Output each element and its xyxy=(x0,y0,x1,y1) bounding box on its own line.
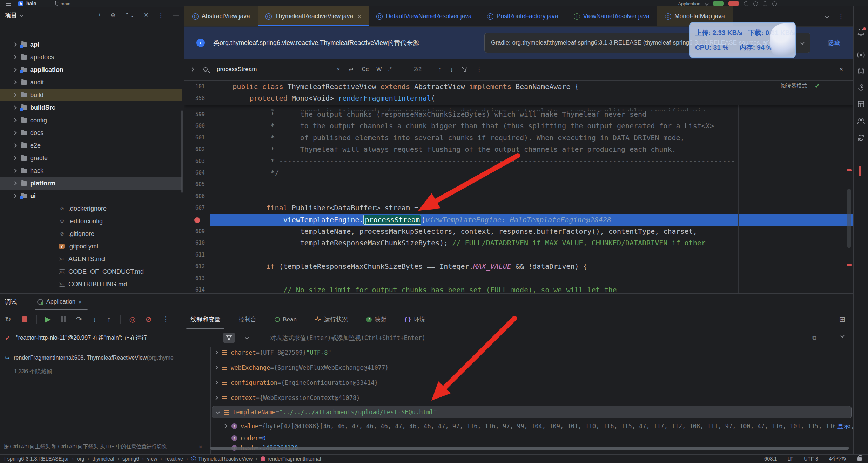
file-encoding[interactable]: UTF-8 xyxy=(804,456,818,462)
tree-item-contributing.md[interactable]: M↓CONTRIBUTING.md xyxy=(0,278,182,291)
expand-selection-icon[interactable]: + xyxy=(98,12,101,19)
breadcrumb-item[interactable]: view xyxy=(147,456,157,462)
debug-session-tab[interactable]: Application × xyxy=(34,294,85,310)
tree-item-api[interactable]: api xyxy=(0,38,182,51)
debug-tab-1[interactable]: 线程和变量 xyxy=(190,310,220,329)
run-button[interactable] xyxy=(713,1,724,6)
editor-scrollbar[interactable] xyxy=(847,189,851,248)
breadcrumb-item[interactable]: thymeleaf xyxy=(92,456,114,462)
breadcrumb-item[interactable]: f-spring6-3.1.3.RELEASE.jar xyxy=(4,456,69,462)
line-separator[interactable]: LF xyxy=(787,456,793,462)
inspections-ok-icon[interactable]: ✔ xyxy=(815,82,820,90)
rerun-debug-icon[interactable]: ↻ xyxy=(5,315,11,324)
clear-search-icon[interactable]: × xyxy=(337,66,340,73)
variable-chevron-icon[interactable] xyxy=(214,381,218,384)
variable-row-configuration[interactable]: configuration = {EngineConfiguration@334… xyxy=(210,376,853,389)
variable-chevron-icon[interactable] xyxy=(214,366,218,369)
tree-item-buildsrc[interactable]: buildSrc xyxy=(0,101,182,114)
tree-chevron-icon[interactable] xyxy=(13,105,16,109)
step-out-icon[interactable]: ↑ xyxy=(107,315,111,324)
tab-options-icon[interactable]: ⋮ xyxy=(838,13,844,20)
find-options-icon[interactable]: ⋮ xyxy=(476,66,482,73)
run-config-selector[interactable]: Application xyxy=(678,1,700,6)
build-panel-icon[interactable] xyxy=(857,100,865,109)
debug-tab-4[interactable]: 运行状况 xyxy=(315,310,348,329)
search-everywhere-icon[interactable] xyxy=(763,1,767,6)
variable-row-context[interactable]: context = {WebExpressionContext@41078} xyxy=(210,391,853,404)
breakpoint-icon[interactable] xyxy=(194,217,200,223)
settings-icon[interactable] xyxy=(772,1,777,6)
tree-chevron-icon[interactable] xyxy=(13,55,16,59)
layout-settings-icon[interactable]: ⊞ xyxy=(839,315,845,324)
variable-chevron-icon[interactable] xyxy=(216,410,220,414)
breadcrumb-item[interactable]: reactive xyxy=(165,456,183,462)
variable-chevron-icon[interactable] xyxy=(223,424,227,428)
filter-results-icon[interactable] xyxy=(462,67,468,72)
tree-item-audit[interactable]: audit xyxy=(0,76,182,89)
tree-item-.gitpod.yml[interactable]: Y.gitpod.yml xyxy=(0,240,182,253)
tab-ThymeleafReactiveView-java[interactable]: CThymeleafReactiveView.java× xyxy=(258,6,369,26)
sync-icon[interactable] xyxy=(857,134,865,143)
thread-filter-button[interactable] xyxy=(223,333,235,343)
tree-chevron-icon[interactable] xyxy=(13,169,16,172)
close-find-icon[interactable]: × xyxy=(839,66,843,73)
tree-chevron-icon[interactable] xyxy=(13,42,16,46)
regex-toggle[interactable]: .* xyxy=(388,66,392,73)
run-config-chevron-icon[interactable] xyxy=(705,1,708,5)
tree-chevron-icon[interactable] xyxy=(13,143,16,147)
main-menu-icon[interactable] xyxy=(6,2,11,6)
tree-item-config[interactable]: config xyxy=(0,114,182,127)
stop-debug-icon[interactable] xyxy=(22,316,27,322)
code-line-608[interactable]: viewTemplateEngine.processStream(viewTem… xyxy=(184,214,853,226)
whole-words-toggle[interactable]: W xyxy=(376,66,382,73)
tree-chevron-icon[interactable] xyxy=(13,93,16,97)
vcs-branch-widget[interactable]: main xyxy=(55,1,70,6)
locate-file-icon[interactable]: ⊕ xyxy=(110,12,115,19)
debug-panel-title[interactable]: 调试 xyxy=(5,298,17,306)
pause-icon[interactable] xyxy=(61,316,66,322)
watch-collapse-chevron-icon[interactable] xyxy=(840,334,844,338)
collaboration-icon[interactable] xyxy=(857,117,865,126)
debug-tab-3[interactable]: Bean xyxy=(275,310,297,329)
tree-chevron-icon[interactable] xyxy=(13,194,16,198)
project-scrollbar[interactable] xyxy=(181,110,183,193)
variable-chevron-icon[interactable] xyxy=(214,396,218,400)
banner-hide-link[interactable]: 隐藏 xyxy=(828,27,840,59)
tab-ViewNameResolver-java[interactable]: IViewNameResolver.java xyxy=(566,6,657,26)
tree-item-.editorconfig[interactable]: ⚙.editorconfig xyxy=(0,215,182,227)
collapse-all-icon[interactable]: ✕ xyxy=(144,12,149,19)
gradle-icon[interactable] xyxy=(857,84,865,93)
reader-mode-button[interactable]: 阅读器模式 xyxy=(781,83,807,89)
tree-item-agents.md[interactable]: M↓AGENTS.md xyxy=(0,253,182,265)
debug-tab-2[interactable]: 控制台 xyxy=(238,310,256,329)
step-into-icon[interactable]: ↓ xyxy=(93,315,96,324)
tree-item-e2e[interactable]: e2e xyxy=(0,139,182,152)
resume-icon[interactable]: ▶ xyxy=(45,315,51,324)
tree-item-gradle[interactable]: gradle xyxy=(0,152,182,164)
notifications-icon[interactable] xyxy=(857,28,865,38)
project-options-icon[interactable]: ⋮ xyxy=(158,12,164,19)
tree-chevron-icon[interactable] xyxy=(13,181,16,185)
tree-item-hack[interactable]: hack xyxy=(0,164,182,177)
prev-match-icon[interactable]: ↑ xyxy=(438,66,442,73)
search-input[interactable]: processStream xyxy=(217,66,257,73)
variables-hscrollbar[interactable] xyxy=(210,447,849,450)
readonly-lock-icon[interactable] xyxy=(857,457,862,461)
tree-chevron-icon[interactable] xyxy=(13,68,16,72)
caret-position[interactable]: 608:1 xyxy=(764,456,777,462)
project-panel-title[interactable]: 项目 xyxy=(5,11,17,19)
tree-item-api-docs[interactable]: api-docs xyxy=(0,51,182,63)
variable-row-templateName[interactable]: templateName = "../../../attachments/upl… xyxy=(212,406,852,418)
tree-chevron-icon[interactable] xyxy=(13,131,16,135)
tree-chevron-icon[interactable] xyxy=(13,118,16,122)
show-value-link[interactable]: 显示 xyxy=(835,422,849,430)
debug-tab-6[interactable]: { }环境 xyxy=(405,310,425,329)
indent-setting[interactable]: 4个空格 xyxy=(829,456,847,462)
tab-PostRouteFactory-java[interactable]: CPostRouteFactory.java xyxy=(479,6,566,26)
project-name[interactable]: halo xyxy=(26,1,36,6)
debug-tab-5[interactable]: ↗映射 xyxy=(366,310,386,329)
thread-selector-row[interactable]: ✓ "reactor-http-nio-11"@20,997 在组"main":… xyxy=(0,329,260,347)
project-view-chevron-icon[interactable] xyxy=(20,13,23,17)
match-case-toggle[interactable]: Cc xyxy=(362,66,369,73)
variable-row-charset[interactable]: charset = {UTF_8@27509} "UTF-8" xyxy=(210,346,853,359)
